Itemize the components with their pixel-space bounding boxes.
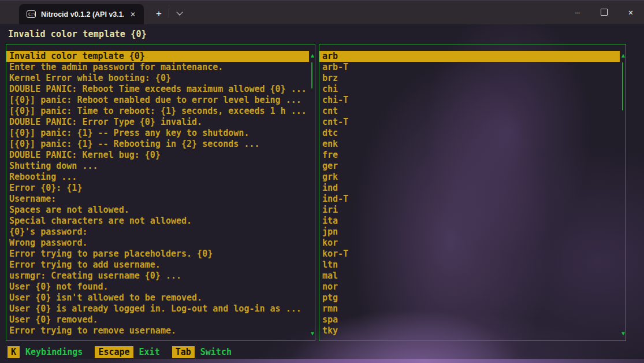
tab-title: Nitrocid v0.1.2 (API v3.1.27.48 [41, 10, 124, 18]
list-item[interactable]: [{0}] panic: {1} -- Press any key to shu… [6, 128, 309, 139]
languages-list: arb arb-T brz chi chi-T cnt cnt-T dtc en… [319, 45, 620, 340]
tab-bar-divider [169, 8, 169, 18]
scroll-up-icon[interactable]: ▲ [311, 53, 314, 58]
list-item[interactable]: DOUBLE PANIC: Reboot Time exceeds maximu… [6, 84, 309, 95]
terminal-tab[interactable]: C:\ Nitrocid v0.1.2 (API v3.1.27.48 ✕ [19, 4, 144, 24]
list-item[interactable]: cnt [319, 106, 620, 117]
list-item[interactable]: nor [319, 281, 620, 292]
list-item[interactable]: User {0} not found. [6, 281, 309, 292]
strings-list: Invalid color template {0} Enter the adm… [6, 45, 309, 340]
list-item[interactable]: DOUBLE PANIC: Kernel bug: {0} [6, 150, 309, 161]
scrollbar-thumb[interactable] [311, 62, 312, 88]
hint-keybindings[interactable]: K Keybindings [8, 346, 83, 358]
close-button[interactable]: ✕ [617, 0, 644, 24]
maximize-button[interactable] [591, 0, 617, 24]
list-item[interactable]: Enter the admin password for maintenance… [6, 62, 309, 73]
list-item[interactable]: User {0} removed. [6, 314, 309, 325]
list-item[interactable]: Error {0}: {1} [6, 183, 309, 194]
list-item[interactable]: Spaces are not allowed. [6, 205, 309, 216]
list-item[interactable]: Username: [6, 194, 309, 205]
key-badge: Tab [172, 346, 195, 358]
key-badge: Escape [95, 346, 133, 358]
maximize-icon [601, 9, 608, 16]
terminal-screen: Invalid color template {0} Invalid color… [0, 24, 644, 363]
list-item[interactable]: kor [319, 238, 620, 249]
list-item[interactable]: Shutting down ... [6, 161, 309, 172]
list-item[interactable]: arb-T [319, 62, 620, 73]
list-item[interactable]: brz [319, 73, 620, 84]
tab-dropdown-button[interactable] [173, 6, 187, 17]
window-top-border [0, 0, 644, 1]
chevron-down-icon [176, 9, 183, 15]
list-item[interactable]: Error trying to add username. [6, 260, 309, 271]
list-item[interactable]: ger [319, 161, 620, 172]
wallpaper-bottom-edge [0, 359, 644, 363]
languages-panel: arb arb-T brz chi chi-T cnt cnt-T dtc en… [319, 44, 626, 341]
key-badge: K [8, 346, 20, 358]
list-item[interactable]: chi [319, 84, 620, 95]
list-item[interactable]: ind [319, 183, 620, 194]
close-tab-icon[interactable]: ✕ [128, 10, 138, 19]
list-item[interactable]: ind-T [319, 194, 620, 205]
list-item[interactable]: spa [319, 314, 620, 325]
list-item[interactable]: {0}'s password: [6, 227, 309, 238]
window-controls: – ✕ [564, 0, 644, 24]
list-item[interactable]: [{0}] panic: {1} -- Rebooting in {2} sec… [6, 139, 309, 150]
list-item[interactable]: kor-T [319, 249, 620, 260]
list-item[interactable]: Wrong password. [6, 238, 309, 249]
list-item[interactable]: Error trying to parse placeholders. {0} [6, 249, 309, 260]
list-item[interactable]: fre [319, 150, 620, 161]
list-item[interactable]: User {0} is already logged in. Log-out a… [6, 303, 309, 314]
list-item[interactable]: Invalid color template {0} [6, 51, 309, 62]
list-item[interactable]: ltn [319, 260, 620, 271]
new-tab-button[interactable]: + [152, 7, 165, 21]
list-item[interactable]: [{0}] panic: Time to reboot: {1} seconds… [6, 106, 309, 117]
scroll-up-icon[interactable]: ▲ [621, 53, 625, 58]
tab-bar: C:\ Nitrocid v0.1.2 (API v3.1.27.48 ✕ + … [0, 0, 644, 24]
hint-label: Exit [139, 347, 160, 357]
list-item[interactable]: mal [319, 271, 620, 281]
status-bar: K Keybindings Escape Exit Tab Switch [8, 346, 232, 358]
list-item[interactable]: iri [319, 205, 620, 216]
scroll-down-icon[interactable]: ▼ [311, 331, 314, 336]
list-item[interactable]: chi-T [319, 95, 620, 106]
list-item[interactable]: tky [319, 325, 620, 336]
hint-label: Switch [200, 347, 232, 357]
list-item[interactable]: Kernel Error while booting: {0} [6, 73, 309, 84]
scroll-down-icon[interactable]: ▼ [621, 331, 625, 336]
hint-exit[interactable]: Escape Exit [95, 346, 159, 358]
minimize-button[interactable]: – [564, 0, 591, 24]
list-item[interactable]: grk [319, 172, 620, 183]
list-item[interactable]: dtc [319, 128, 620, 139]
list-item[interactable]: usrmgr: Creating username {0} ... [6, 271, 309, 281]
list-item[interactable]: ptg [319, 292, 620, 303]
list-item[interactable]: ita [319, 216, 620, 227]
list-item[interactable]: User {0} isn't allowed to be removed. [6, 292, 309, 303]
hint-switch[interactable]: Tab Switch [172, 346, 232, 358]
list-item[interactable]: [{0}] panic: Reboot enabled due to error… [6, 95, 309, 106]
list-item[interactable]: Special characters are not allowed. [6, 216, 309, 227]
list-item[interactable]: cnt-T [319, 117, 620, 128]
hint-label: Keybindings [25, 347, 83, 357]
list-item[interactable]: enk [319, 139, 620, 150]
list-item[interactable]: rmn [319, 303, 620, 314]
list-item[interactable]: jpn [319, 227, 620, 238]
strings-panel: Invalid color template {0} Enter the adm… [6, 44, 315, 341]
list-item[interactable]: Error trying to remove username. [6, 325, 309, 336]
list-item[interactable]: arb [319, 51, 620, 62]
page-title: Invalid color template {0} [8, 29, 147, 39]
list-item[interactable]: DOUBLE PANIC: Error Type {0} invalid. [6, 117, 309, 128]
scrollbar-thumb[interactable] [622, 62, 623, 110]
terminal-icon: C:\ [27, 10, 36, 18]
list-item[interactable]: Rebooting ... [6, 172, 309, 183]
app-window: C:\ Nitrocid v0.1.2 (API v3.1.27.48 ✕ + … [0, 0, 644, 363]
